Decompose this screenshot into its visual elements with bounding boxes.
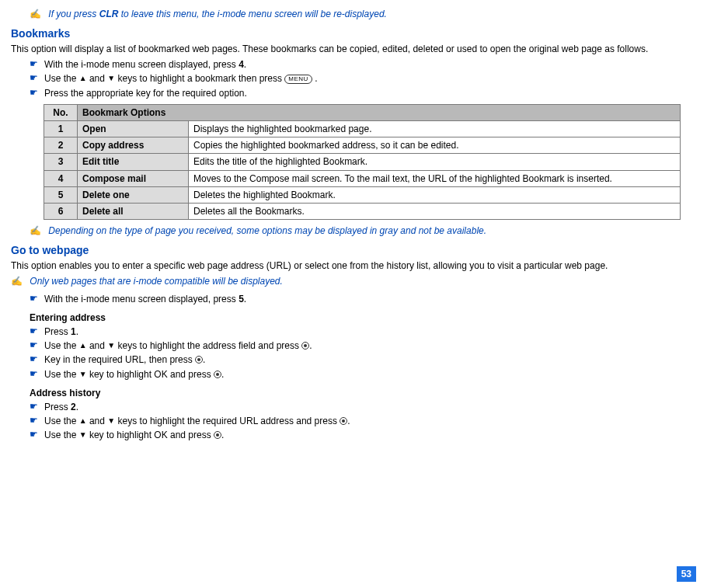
row-option-name: Delete all — [78, 203, 189, 219]
ea-s4-pre: Use the — [44, 369, 79, 380]
bm-step2-pre: Use the — [44, 73, 79, 84]
ea-s4-post: key to highlight OK and press — [87, 369, 214, 380]
bm-step2-post2: . — [312, 73, 318, 84]
ah-s1-key: 2 — [71, 402, 76, 412]
note-icon: ✍ — [30, 225, 41, 236]
row-number: 6 — [44, 203, 78, 219]
down-arrow-icon: ▼ — [79, 370, 87, 378]
row-number: 1 — [44, 121, 78, 137]
hand-icon: ☛ — [30, 87, 38, 99]
note-clr-post: to leave this menu, the i-mode menu scre… — [118, 9, 387, 19]
row-number: 3 — [44, 154, 78, 170]
note-clr: ✍ If you press CLR to leave this menu, t… — [30, 8, 696, 20]
note-clr-key: CLR — [99, 9, 119, 19]
table-row: 2Copy addressCopies the highlighted book… — [44, 137, 681, 154]
down-arrow-icon: ▼ — [79, 430, 87, 439]
ah-s2-mid: and — [87, 416, 108, 426]
bm-step3-text: Press the appropriate key for the requir… — [44, 87, 696, 99]
th-no: No. — [44, 104, 78, 120]
ah-s1-post: . — [76, 402, 78, 412]
row-option-desc: Moves to the Compose mail screen. To the… — [189, 170, 681, 186]
entering-step-3: ☛ Key in the required URL, then press . — [30, 353, 696, 366]
row-number: 2 — [44, 137, 78, 154]
bm-step1-key: 4 — [239, 59, 244, 70]
hand-icon: ☛ — [30, 429, 38, 441]
ah-s2-pre: Use the — [44, 416, 79, 426]
history-step-3: ☛ Use the ▼ key to highlight OK and pres… — [30, 429, 696, 441]
entering-heading: Entering address — [30, 311, 696, 324]
ea-s4-end: . — [221, 369, 224, 380]
hand-icon: ☛ — [30, 401, 38, 413]
ea-s1-post: . — [76, 326, 78, 337]
ok-key-icon — [340, 417, 347, 425]
entering-step-2: ☛ Use the ▲ and ▼ keys to highlight the … — [30, 339, 696, 352]
goto-intro: This option enables you to enter a speci… — [11, 259, 696, 272]
bm-step2-post1: keys to highlight a bookmark then press — [115, 73, 284, 84]
ea-s1-key: 1 — [71, 326, 76, 337]
goto-note-text: Only web pages that are i-mode compatibl… — [30, 276, 283, 287]
ea-s2-mid: and — [87, 340, 108, 351]
row-option-name: Compose mail — [78, 170, 189, 186]
hand-icon: ☛ — [30, 339, 38, 352]
bookmarks-step-1: ☛ With the i-mode menu screen displayed,… — [30, 58, 696, 71]
th-options: Bookmark Options — [78, 104, 681, 120]
row-option-name: Open — [78, 121, 189, 137]
entering-step-1: ☛ Press 1. — [30, 325, 696, 338]
hand-icon: ☛ — [30, 293, 38, 305]
bookmarks-step-2: ☛ Use the ▲ and ▼ keys to highlight a bo… — [30, 72, 696, 85]
history-step-2: ☛ Use the ▲ and ▼ keys to highlight the … — [30, 415, 696, 427]
bm-step2-mid: and — [87, 73, 108, 84]
ea-s2-post: keys to highlight the address field and … — [115, 340, 301, 351]
down-arrow-icon: ▼ — [107, 416, 115, 425]
ah-s3-post: key to highlight OK and press — [87, 430, 214, 440]
bookmarks-heading: Bookmarks — [11, 26, 696, 41]
hand-icon: ☛ — [30, 58, 38, 71]
hand-icon: ☛ — [30, 353, 38, 366]
goto-step1-key: 5 — [239, 294, 244, 304]
row-option-desc: Deletes the highlighted Bookmark. — [189, 186, 681, 203]
ah-s2-end: . — [347, 416, 350, 426]
ea-s2-end: . — [309, 340, 312, 351]
menu-key-icon: MENU — [284, 75, 312, 84]
goto-heading: Go to webpage — [11, 243, 696, 258]
up-arrow-icon: ▲ — [79, 416, 87, 425]
ok-key-icon — [214, 431, 221, 439]
hand-icon: ☛ — [30, 72, 38, 85]
note-icon: ✍ — [11, 276, 23, 287]
note-clr-pre: If you press — [48, 9, 99, 19]
note-icon: ✍ — [30, 9, 41, 19]
note-gray: ✍ Depending on the type of page you rece… — [30, 224, 696, 237]
row-number: 4 — [44, 170, 78, 186]
ea-s3-pre: Key in the required URL, then press — [44, 354, 195, 365]
bm-step1-post: . — [244, 59, 246, 70]
ah-s2-post: keys to highlight the required URL addre… — [115, 416, 340, 426]
entering-step-4: ☛ Use the ▼ key to highlight OK and pres… — [30, 368, 696, 381]
row-option-desc: Copies the highlighted bookmarked addres… — [189, 137, 681, 154]
note-gray-text: Depending on the type of page you receiv… — [48, 225, 486, 236]
bookmark-options-table: No. Bookmark Options 1OpenDisplays the h… — [44, 104, 681, 220]
table-row: 3Edit titleEdits the title of the highli… — [44, 154, 681, 170]
ah-s3-end: . — [221, 430, 224, 440]
bm-step1-pre: With the i-mode menu screen displayed, p… — [44, 59, 239, 70]
ea-s3-end: . — [203, 354, 205, 365]
goto-step1-post: . — [244, 294, 246, 304]
row-option-name: Copy address — [78, 137, 189, 154]
table-row: 4Compose mailMoves to the Compose mail s… — [44, 170, 681, 186]
ok-key-icon — [195, 356, 203, 364]
ah-s3-pre: Use the — [44, 430, 79, 440]
ok-key-icon — [214, 371, 221, 378]
row-number: 5 — [44, 186, 78, 203]
row-option-desc: Edits the title of the highlighted Bookm… — [189, 154, 681, 170]
hand-icon: ☛ — [30, 368, 38, 381]
row-option-name: Edit title — [78, 154, 189, 170]
row-option-desc: Deletes all the Bookmarks. — [189, 203, 681, 219]
ok-key-icon — [301, 342, 309, 350]
ea-s1-pre: Press — [44, 326, 71, 337]
row-option-desc: Displays the highlighted bookmarked page… — [189, 121, 681, 137]
goto-note: ✍ Only web pages that are i-mode compati… — [11, 275, 696, 287]
row-option-name: Delete one — [78, 186, 189, 203]
table-row: 1OpenDisplays the highlighted bookmarked… — [44, 121, 681, 137]
hand-icon: ☛ — [30, 325, 38, 338]
up-arrow-icon: ▲ — [79, 74, 87, 82]
goto-step-1: ☛ With the i-mode menu screen displayed,… — [30, 293, 696, 305]
